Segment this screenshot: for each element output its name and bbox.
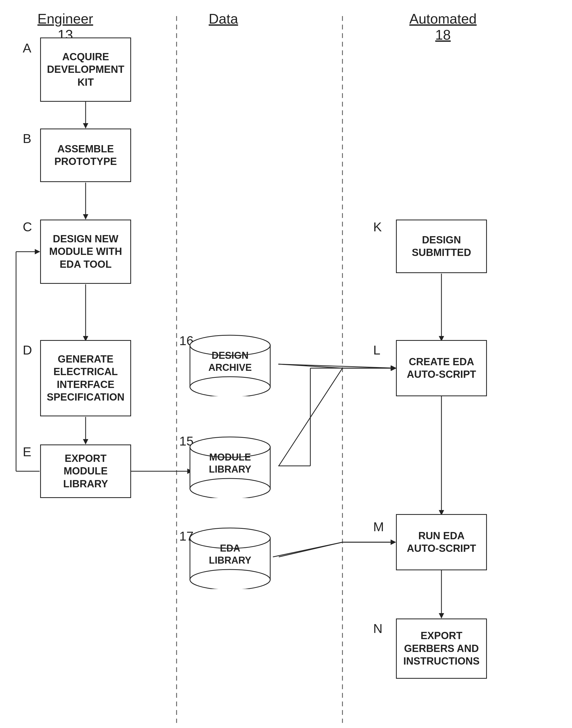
assemble-box: ASSEMBLE PROTOTYPE <box>40 128 131 182</box>
label-B: B <box>23 131 31 146</box>
data-header: Data <box>209 11 238 27</box>
svg-point-36 <box>190 377 270 396</box>
svg-point-42 <box>190 569 270 589</box>
acquire-box: ACQUIRE DEVELOPMENT KIT <box>40 38 131 102</box>
svg-point-39 <box>190 478 270 498</box>
label-K: K <box>373 220 382 234</box>
svg-marker-3 <box>83 123 88 128</box>
svg-marker-18 <box>390 365 396 371</box>
eda-library-cylinder: EDALIBRARY <box>187 525 273 589</box>
create-eda-box: CREATE EDA AUTO-SCRIPT <box>396 340 487 396</box>
generate-box: GENERATE ELECTRICAL INTERFACE SPECIFICAT… <box>40 340 131 416</box>
label-L: L <box>373 343 380 357</box>
svg-line-24 <box>279 542 343 557</box>
svg-line-19 <box>279 364 343 368</box>
export-module-box: EXPORT MODULE LIBRARY <box>40 444 131 498</box>
label-C: C <box>23 220 32 234</box>
automated-header: Automated 18 <box>409 11 477 43</box>
svg-marker-13 <box>35 249 40 254</box>
label-N: N <box>373 621 382 636</box>
label-D: D <box>23 343 32 357</box>
svg-marker-30 <box>391 365 397 371</box>
design-new-box: DESIGN NEW MODULE WITH EDA TOOL <box>40 220 131 284</box>
svg-line-16 <box>279 368 343 466</box>
label-A: A <box>23 41 31 55</box>
svg-marker-26 <box>390 540 396 545</box>
label-M: M <box>373 520 384 534</box>
svg-marker-9 <box>83 439 88 444</box>
design-submitted-box: DESIGN SUBMITTED <box>396 220 487 273</box>
svg-marker-28 <box>439 613 444 618</box>
svg-marker-34 <box>391 365 397 371</box>
export-gerbers-box: EXPORT GERBERS AND INSTRUCTIONS <box>396 618 487 679</box>
design-archive-cylinder: DESIGNARCHIVE <box>187 332 273 396</box>
svg-marker-46 <box>390 540 396 545</box>
diagram: Engineer 13 Data Automated 18 A B C D E … <box>0 0 572 728</box>
svg-line-44 <box>273 542 343 557</box>
svg-marker-5 <box>83 214 88 220</box>
svg-line-29 <box>278 364 396 368</box>
label-E: E <box>23 444 31 459</box>
run-eda-box: RUN EDA AUTO-SCRIPT <box>396 514 487 570</box>
module-library-cylinder: MODULELIBRARY <box>187 434 273 498</box>
